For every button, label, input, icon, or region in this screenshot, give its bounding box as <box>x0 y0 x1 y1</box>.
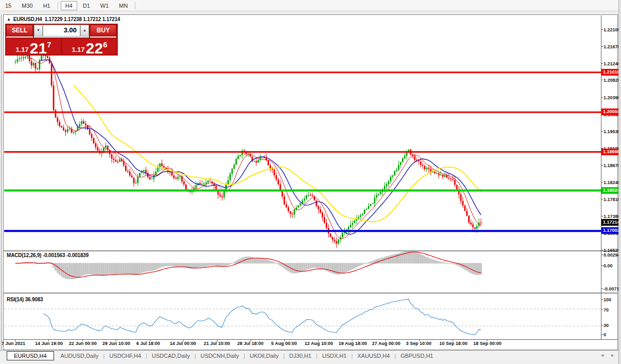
timeframe-button-w1[interactable]: W1 <box>96 1 114 10</box>
price-tick-label: 1.20390 <box>604 95 620 100</box>
timeframe-button-h4[interactable]: H4 <box>61 1 77 10</box>
one-click-trading-panel: SELL ▼ 3.00 ▲ BUY 1.17 21 7 1.17 22 6 <box>5 24 118 56</box>
date-label: 12 Aug 10:00 <box>305 341 333 346</box>
date-label: 10 Sep 18:00 <box>439 341 468 346</box>
candles <box>15 49 482 248</box>
collapse-triangle-icon[interactable]: ▲ <box>7 17 11 22</box>
rsi-tick-dash <box>601 310 603 310</box>
rsi-label: RSI(14) 36.9083 <box>7 297 43 302</box>
macd-tick-dash <box>601 254 603 255</box>
rsi-panel[interactable] <box>4 294 601 339</box>
macd-tick-dash <box>601 288 603 289</box>
symbol-tab-usdchf[interactable]: USDCHF,H4 <box>104 352 146 360</box>
rsi-tick-label: 70 <box>604 307 609 313</box>
sell-price-pip: 7 <box>47 42 51 47</box>
sell-price-base: 1.17 <box>15 47 28 52</box>
date-label: 14 Jul 00:00 <box>170 341 196 346</box>
buy-button[interactable]: BUY <box>90 25 116 37</box>
symbol-tab-audusd[interactable]: AUDUSD,Daily <box>56 352 103 360</box>
price-tick-dash <box>601 165 603 166</box>
symbol-tab-usdcnh[interactable]: USDCNH,Daily <box>196 352 244 360</box>
date-label: 7 Jun 2021 <box>2 341 25 346</box>
price-tick-label: 1.20820 <box>604 78 620 83</box>
price-tick-label: 1.19530 <box>604 129 620 134</box>
panel-splitter-rsi[interactable] <box>4 293 618 294</box>
workspace-edge <box>1 14 2 350</box>
trade-controls-row: SELL ▼ 3.00 ▲ BUY <box>6 25 117 38</box>
symbol-tab-dj30[interactable]: DJ30,H1 <box>285 352 316 360</box>
rsi-tick-label: 30 <box>604 323 609 328</box>
timeframe-button-h1[interactable]: H1 <box>39 1 55 10</box>
volume-increase-button[interactable]: ▲ <box>80 25 89 37</box>
chart-header: ▲ EURUSD,H4 1.17229 1.17238 1.17212 1.17… <box>7 16 120 22</box>
symbol-tab-usdx[interactable]: USDX,H1 <box>317 352 351 360</box>
timeframe-button-15[interactable]: 15 <box>1 1 16 10</box>
symbol-tab-usdcad[interactable]: USDCAD,Daily <box>147 352 194 360</box>
horizontal-level-lines <box>4 72 601 231</box>
price-tick-label: 1.17810 <box>604 197 620 202</box>
date-label: 6 Jul 18:00 <box>136 341 160 346</box>
timeframe-button-m30[interactable]: M30 <box>17 1 37 10</box>
price-tick-dash <box>601 250 603 250</box>
buy-price-big: 22 <box>86 42 103 54</box>
price-tick-dash <box>601 131 603 132</box>
date-label: 14 Jun 19:00 <box>35 341 63 346</box>
macd-label: MACD(12,26,9) -0.001563 -0.001839 <box>7 252 88 258</box>
time-axis-line <box>4 339 618 340</box>
timeframe-button-mn[interactable]: MN <box>114 1 132 10</box>
price-tick-dash <box>601 46 603 47</box>
price-tick-dash <box>601 29 603 30</box>
rsi-line <box>44 299 481 335</box>
rsi-tick-label: 0 <box>604 332 606 337</box>
symbol-tab-eurusd[interactable]: EURUSD,H4 <box>7 351 54 360</box>
window-scroll-strip[interactable] <box>618 0 621 364</box>
rsi-tick-dash <box>601 334 603 335</box>
symbol-tab-ukoil[interactable]: UKOil,Daily <box>245 352 283 360</box>
macd-tick-dash <box>601 265 603 266</box>
symbol-tab-xauusd[interactable]: XAUUSD,H4 <box>353 352 395 360</box>
price-tick-dash <box>601 97 603 98</box>
date-label: 22 Jun 00:00 <box>69 341 97 346</box>
price-tick-label: 1.21240 <box>604 61 620 66</box>
chart-ohlc-values: 1.17229 1.17238 1.17212 1.17214 <box>45 16 120 22</box>
trade-prices-row: 1.17 21 7 1.17 22 6 <box>6 39 117 54</box>
price-tick-label: 1.22100 <box>604 27 620 32</box>
date-label: 27 Aug 00:00 <box>372 341 400 346</box>
price-tick-label: 1.18240 <box>604 180 620 185</box>
volume-decrease-button[interactable]: ▼ <box>34 25 43 37</box>
symbol-tabbar: EURUSD,H4AUDUSD,Daily|USDCHF,H4|USDCAD,D… <box>0 350 621 360</box>
date-label: 28 Jul 18:00 <box>237 341 263 346</box>
sell-button[interactable]: SELL <box>6 25 33 37</box>
volume-field[interactable]: 3.00 <box>43 25 80 37</box>
price-tick-label: 1.17380 <box>604 214 620 219</box>
buy-price-base: 1.17 <box>72 47 84 52</box>
toolbar-separator <box>58 2 58 9</box>
date-label: 5 Aug 00:00 <box>271 341 297 346</box>
macd-panel[interactable] <box>4 251 601 292</box>
buy-price-pip: 6 <box>103 42 107 47</box>
rsi-tick-dash <box>601 299 603 300</box>
buy-price-display[interactable]: 1.17 22 6 <box>62 39 117 54</box>
timeframe-toolbar: 15M30H1H4D1W1MN <box>0 0 621 11</box>
tab-scroll-arrows-icon[interactable]: ◂ ▸ <box>601 352 617 358</box>
ma-slow <box>74 85 481 222</box>
price-tick-label: 1.18670 <box>604 163 620 168</box>
date-label: 29 Jun 10:00 <box>102 341 130 346</box>
date-label: 18 Sep 00:00 <box>473 341 502 346</box>
price-tick-label: 1.21670 <box>604 44 620 49</box>
sell-price-display[interactable]: 1.17 21 7 <box>6 39 61 54</box>
panel-splitter-macd[interactable] <box>4 250 618 251</box>
timeframe-button-d1[interactable]: D1 <box>78 1 95 10</box>
date-label: 19 Aug 18:00 <box>339 341 367 346</box>
rsi-tick-dash <box>601 325 603 325</box>
price-tick-dash <box>601 216 603 216</box>
chart-symbol-period: EURUSD,H4 <box>13 16 42 22</box>
symbol-tab-gbpusd[interactable]: GBPUSD,H1 <box>396 352 438 360</box>
rsi-tick-label: 100 <box>604 297 611 302</box>
price-axis-line <box>601 15 601 339</box>
price-tick-dash <box>601 182 603 183</box>
price-tick-dash <box>601 199 603 199</box>
macd-tick-label: 0.00 <box>604 263 613 268</box>
price-tick-dash <box>601 63 603 64</box>
date-label: 3 Sep 10:00 <box>406 341 432 346</box>
